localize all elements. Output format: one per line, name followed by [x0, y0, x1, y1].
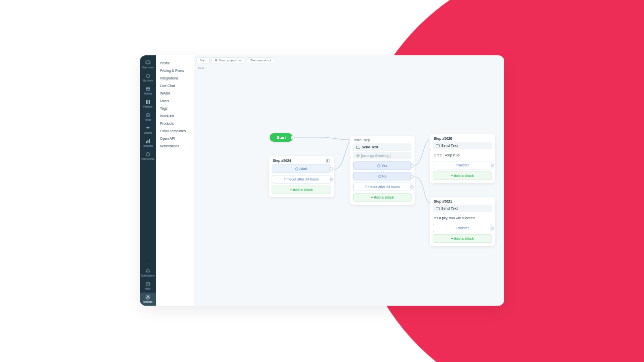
port-start[interactable] — [291, 136, 295, 140]
svg-point-13 — [146, 153, 150, 156]
block-send-text[interactable]: Send Text — [433, 142, 492, 149]
submenu-waba[interactable]: WABA — [156, 89, 194, 97]
tasks-icon — [145, 113, 150, 118]
rail-more[interactable]: ··· — [146, 259, 149, 266]
submenu-tags[interactable]: Tags — [156, 105, 194, 112]
svg-text:?: ? — [147, 283, 149, 286]
help-icon: ? — [145, 282, 150, 287]
svg-point-1 — [146, 74, 150, 78]
submenu-blocklist[interactable]: Block-list — [156, 112, 194, 120]
chat-icon — [145, 73, 150, 78]
submenu-integrations[interactable]: Integrations — [156, 74, 194, 82]
rail-help[interactable]: ? Help — [140, 280, 156, 293]
svg-point-9 — [148, 127, 149, 129]
analytics-icon — [145, 139, 150, 144]
block-send-body: Great, keep it up — [433, 151, 492, 159]
port-plus[interactable] — [491, 226, 494, 230]
gear-icon — [145, 295, 150, 300]
add-block-button[interactable]: + Add a block — [433, 234, 492, 243]
folder-icon — [215, 59, 217, 61]
port[interactable] — [410, 164, 414, 167]
node-title: Initial step — [354, 138, 370, 142]
svg-rect-3 — [146, 88, 149, 90]
block-send-text[interactable]: Send Text — [433, 205, 492, 212]
rail-tasks[interactable]: Tasks — [140, 111, 156, 124]
node-title: Step #5621 — [434, 200, 452, 203]
node-initial-step[interactable]: Initial step Send Text @ {settings.Greet… — [350, 136, 415, 205]
crumb-project[interactable]: Basic project — [211, 57, 245, 63]
message-icon — [356, 146, 360, 149]
port-plus[interactable] — [491, 163, 494, 167]
add-block-button[interactable]: + Add a block — [353, 193, 412, 202]
add-block-button[interactable]: + Add a block — [272, 186, 331, 194]
partnership-icon — [145, 152, 150, 157]
block-start-command[interactable]: /start — [272, 164, 331, 173]
submenu-users[interactable]: Users — [156, 97, 194, 105]
port[interactable] — [410, 174, 414, 178]
rail-notifications[interactable]: Notifications — [140, 266, 156, 280]
svg-rect-4 — [146, 100, 147, 104]
block-send-text[interactable]: Send Text — [353, 143, 412, 151]
svg-point-16 — [147, 296, 149, 298]
icon-rail: New chats My chats Archive Pipeline Task… — [140, 55, 156, 306]
flow-canvas[interactable]: Main Basic project The main script pla-n… — [194, 55, 504, 306]
visitors-icon — [145, 126, 150, 131]
block-send-body: @ {settings.Greeting } — [353, 152, 412, 159]
port[interactable] — [330, 167, 333, 170]
submenu-livechat[interactable]: Live Chat — [156, 82, 194, 89]
chat-new-icon — [145, 60, 150, 65]
canvas-note: pla-nt — [198, 66, 205, 69]
block-timeout[interactable]: Timeout after 24 hours — [353, 183, 412, 191]
node-step-5624[interactable]: Step #5624 ◧ /start Timeout after 24 hou… — [269, 156, 334, 197]
rail-visitors[interactable]: Visitors — [140, 124, 156, 137]
submenu-pricing[interactable]: Pricing & Plans — [156, 67, 194, 74]
rail-analytics[interactable]: Analytics — [140, 137, 156, 150]
svg-rect-0 — [146, 61, 150, 64]
breadcrumb: Main Basic project The main script — [196, 57, 274, 63]
port-plus[interactable] — [330, 177, 333, 181]
block-send-body: It's a pity, you will succeed — [433, 214, 492, 222]
option-no[interactable]: No — [353, 172, 412, 180]
message-icon — [436, 144, 440, 147]
node-title: Step #5620 — [434, 137, 452, 140]
submenu-openapi[interactable]: Open API — [156, 135, 194, 142]
rail-pipeline[interactable]: Pipeline — [140, 98, 156, 111]
svg-rect-12 — [149, 139, 150, 143]
submenu-profile[interactable]: Profile — [156, 59, 194, 67]
settings-submenu: Profile Pricing & Plans Integrations Liv… — [156, 55, 194, 306]
bulb-icon — [377, 164, 380, 167]
bulb-icon — [295, 167, 298, 170]
chevron-down-icon — [238, 60, 242, 61]
block-timeout[interactable]: Timeout after 24 hours — [272, 175, 331, 184]
bulb-icon — [378, 175, 381, 178]
node-step-5620[interactable]: Step #5620 Send Text Great, keep it up T… — [430, 134, 495, 183]
svg-rect-10 — [146, 141, 147, 143]
add-block-button[interactable]: + Add a block — [433, 171, 492, 180]
message-icon — [436, 207, 440, 210]
svg-point-8 — [146, 127, 148, 129]
crumb-main[interactable]: Main — [196, 57, 210, 63]
rail-settings[interactable]: Settings — [140, 293, 156, 306]
node-step-5621[interactable]: Step #5621 Send Text It's a pity, you wi… — [430, 197, 495, 246]
rail-new-chats[interactable]: New chats — [140, 58, 156, 71]
rail-my-chats[interactable]: My chats — [140, 71, 156, 84]
svg-rect-6 — [149, 100, 150, 104]
bookmark-icon[interactable]: ◧ — [326, 158, 330, 163]
svg-rect-5 — [147, 100, 148, 104]
port-plus[interactable] — [410, 185, 414, 189]
pipeline-icon — [145, 100, 150, 105]
crumb-script[interactable]: The main script — [247, 57, 274, 63]
svg-rect-11 — [147, 140, 148, 143]
submenu-emailtemplates[interactable]: Email Templates — [156, 127, 194, 135]
node-start[interactable]: Start — [270, 133, 293, 142]
bell-icon — [145, 268, 150, 274]
app-window: New chats My chats Archive Pipeline Task… — [140, 55, 504, 306]
archive-icon — [145, 86, 150, 92]
block-transfer[interactable]: Transfer — [433, 224, 492, 232]
block-transfer[interactable]: Transfer — [433, 161, 492, 169]
submenu-notifications[interactable]: Notifications — [156, 142, 194, 150]
rail-archive[interactable]: Archive — [140, 84, 156, 98]
rail-partnership[interactable]: Partnership — [140, 150, 156, 163]
submenu-products[interactable]: Products — [156, 120, 194, 127]
option-yes[interactable]: Yes — [353, 161, 412, 170]
